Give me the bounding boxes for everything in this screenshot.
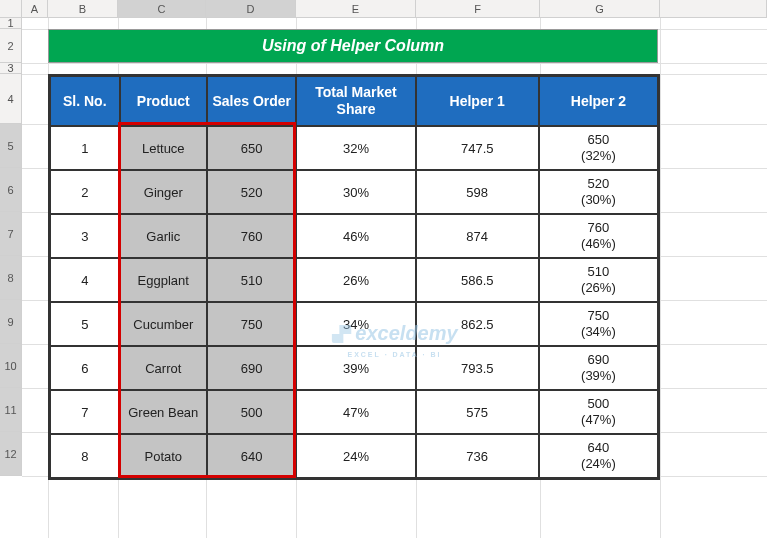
cell-product[interactable]: Garlic — [120, 214, 207, 258]
cell-share[interactable]: 24% — [296, 434, 415, 478]
cell-sl[interactable]: 7 — [50, 390, 120, 434]
col-header-B[interactable]: B — [48, 0, 118, 17]
cell-h2[interactable]: 520(30%) — [539, 170, 658, 214]
row-header-2[interactable]: 2 — [0, 29, 22, 63]
cell-h2[interactable]: 690(39%) — [539, 346, 658, 390]
table-row: 3Garlic76046%874760(46%) — [50, 214, 658, 258]
row-header-9[interactable]: 9 — [0, 300, 22, 344]
cell-h2[interactable]: 500(47%) — [539, 390, 658, 434]
col-header-C[interactable]: C — [118, 0, 206, 17]
cell-product[interactable]: Cucumber — [120, 302, 207, 346]
table-row: 8Potato64024%736640(24%) — [50, 434, 658, 478]
col-header-D[interactable]: D — [206, 0, 296, 17]
col-header-filler — [660, 0, 767, 17]
cell-share[interactable]: 26% — [296, 258, 415, 302]
cell-sales[interactable]: 520 — [207, 170, 296, 214]
header-row: Sl. No. Product Sales Order Total Market… — [50, 76, 658, 126]
row-header-8[interactable]: 8 — [0, 256, 22, 300]
cell-sales[interactable]: 500 — [207, 390, 296, 434]
col-sl[interactable]: Sl. No. — [50, 76, 120, 126]
cell-product[interactable]: Eggplant — [120, 258, 207, 302]
cell-h2[interactable]: 640(24%) — [539, 434, 658, 478]
table-row: 2Ginger52030%598520(30%) — [50, 170, 658, 214]
cell-h2[interactable]: 650(32%) — [539, 126, 658, 170]
row-header-7[interactable]: 7 — [0, 212, 22, 256]
col-sales[interactable]: Sales Order — [207, 76, 296, 126]
cell-product[interactable]: Lettuce — [120, 126, 207, 170]
title-cell[interactable]: Using of Helper Column — [48, 29, 658, 63]
row-header-10[interactable]: 10 — [0, 344, 22, 388]
cell-sl[interactable]: 2 — [50, 170, 120, 214]
cell-h1[interactable]: 598 — [416, 170, 539, 214]
cell-product[interactable]: Green Bean — [120, 390, 207, 434]
cell-h1[interactable]: 747.5 — [416, 126, 539, 170]
col-header-G[interactable]: G — [540, 0, 660, 17]
cell-product[interactable]: Potato — [120, 434, 207, 478]
table-row: 1Lettuce65032%747.5650(32%) — [50, 126, 658, 170]
col-header-E[interactable]: E — [296, 0, 416, 17]
row-header-3[interactable]: 3 — [0, 63, 22, 74]
col-h1[interactable]: Helper 1 — [416, 76, 539, 126]
row-header-6[interactable]: 6 — [0, 168, 22, 212]
col-product[interactable]: Product — [120, 76, 207, 126]
cell-sales[interactable]: 750 — [207, 302, 296, 346]
row-headers-col: 123456789101112 — [0, 18, 22, 538]
cell-h1[interactable]: 874 — [416, 214, 539, 258]
cell-share[interactable]: 34% — [296, 302, 415, 346]
col-header-F[interactable]: F — [416, 0, 540, 17]
cell-product[interactable]: Carrot — [120, 346, 207, 390]
table-row: 4Eggplant51026%586.5510(26%) — [50, 258, 658, 302]
row-header-12[interactable]: 12 — [0, 432, 22, 476]
row-header-5[interactable]: 5 — [0, 124, 22, 168]
cell-h2[interactable]: 750(34%) — [539, 302, 658, 346]
cell-h1[interactable]: 575 — [416, 390, 539, 434]
cell-h1[interactable]: 862.5 — [416, 302, 539, 346]
data-table: Sl. No. Product Sales Order Total Market… — [48, 74, 660, 480]
spreadsheet-grid[interactable]: Using of Helper Column Sl. No. Product S… — [22, 18, 767, 538]
cell-h2[interactable]: 760(46%) — [539, 214, 658, 258]
cell-sales[interactable]: 690 — [207, 346, 296, 390]
table-row: 6Carrot69039%793.5690(39%) — [50, 346, 658, 390]
col-header-A[interactable]: A — [22, 0, 48, 17]
row-header-11[interactable]: 11 — [0, 388, 22, 432]
cell-sales[interactable]: 650 — [207, 126, 296, 170]
table-row: 7Green Bean50047%575500(47%) — [50, 390, 658, 434]
cell-product[interactable]: Ginger — [120, 170, 207, 214]
cell-h1[interactable]: 586.5 — [416, 258, 539, 302]
cell-sl[interactable]: 3 — [50, 214, 120, 258]
cell-sales[interactable]: 760 — [207, 214, 296, 258]
table-row: 5Cucumber75034%862.5750(34%) — [50, 302, 658, 346]
row-header-4[interactable]: 4 — [0, 74, 22, 124]
cell-h1[interactable]: 793.5 — [416, 346, 539, 390]
cell-sl[interactable]: 6 — [50, 346, 120, 390]
cell-sl[interactable]: 8 — [50, 434, 120, 478]
row-header-1[interactable]: 1 — [0, 18, 22, 29]
cell-sl[interactable]: 5 — [50, 302, 120, 346]
cell-share[interactable]: 32% — [296, 126, 415, 170]
cell-share[interactable]: 30% — [296, 170, 415, 214]
column-headers-row: ABCDEFG — [0, 0, 767, 18]
cell-sales[interactable]: 640 — [207, 434, 296, 478]
cell-h2[interactable]: 510(26%) — [539, 258, 658, 302]
cell-sales[interactable]: 510 — [207, 258, 296, 302]
cell-share[interactable]: 39% — [296, 346, 415, 390]
cell-share[interactable]: 46% — [296, 214, 415, 258]
cell-sl[interactable]: 4 — [50, 258, 120, 302]
cell-sl[interactable]: 1 — [50, 126, 120, 170]
cell-share[interactable]: 47% — [296, 390, 415, 434]
select-all-corner[interactable] — [0, 0, 22, 17]
cell-h1[interactable]: 736 — [416, 434, 539, 478]
col-share[interactable]: Total Market Share — [296, 76, 415, 126]
col-h2[interactable]: Helper 2 — [539, 76, 658, 126]
